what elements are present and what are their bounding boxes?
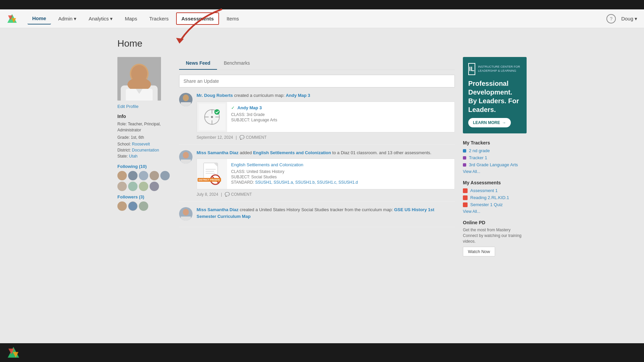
- nav-logo[interactable]: [7, 13, 17, 24]
- assessment-link-2[interactable]: Reading 2.RL.KID.1: [470, 195, 509, 200]
- tab-news-feed[interactable]: News Feed: [179, 57, 217, 70]
- district-text: District: Documentation: [117, 147, 171, 153]
- learn-more-button[interactable]: LEARN MORE →: [468, 118, 511, 127]
- nav-item-assessments[interactable]: Assessments: [176, 12, 219, 25]
- followers-label[interactable]: Followers (3): [117, 194, 171, 199]
- following-avatars: [117, 171, 171, 191]
- user-menu[interactable]: Doug ▾: [621, 16, 637, 22]
- feed-card-2: DISTRICT PRIVATE English Settlements and…: [197, 159, 455, 189]
- feed-assessment-link[interactable]: English Settlements and Colonization: [253, 150, 331, 155]
- svg-point-15: [211, 116, 213, 118]
- feed-item-2-content: Miss Samantha Diaz added English Settlem…: [197, 149, 455, 197]
- assessment-link-1[interactable]: Assessment 1: [470, 188, 498, 193]
- feed-card-2-title[interactable]: English Settlements and Colonization: [231, 162, 450, 167]
- following-label[interactable]: Following (10): [117, 164, 171, 169]
- top-bar: [0, 0, 644, 9]
- svg-rect-34: [181, 217, 191, 221]
- nav-item-items[interactable]: Items: [222, 13, 244, 24]
- followers-section: Followers (3): [117, 194, 171, 211]
- svg-point-33: [183, 209, 189, 216]
- feed-card-2-standards: STANDARD: SSUSH1, SSUSH1.a, SSUSH1.b, SS…: [231, 180, 450, 185]
- feed-item-text: Mr. Doug Roberts created a curriculum ma…: [197, 92, 455, 99]
- feed-action-text: created a curriculum map:: [234, 93, 286, 98]
- comment-link-2[interactable]: 💬 COMMENT: [225, 192, 252, 197]
- comment-label: COMMENT: [246, 135, 267, 140]
- right-panel: IL Instructure Center for Leadership & L…: [463, 57, 527, 256]
- trackers-section: My Trackers 2 nd grade Tracker 1 3rd Gra…: [463, 140, 527, 174]
- tracker-link-2[interactable]: Tracker 1: [469, 155, 487, 160]
- feed-tabs: News Feed Benchmarks: [179, 57, 455, 70]
- feed-card-title[interactable]: ✓ Andy Map 3: [231, 105, 450, 110]
- navbar: Home Admin ▾ Analytics ▾ Maps Trackers A…: [0, 9, 644, 28]
- feed-user-link-2[interactable]: Miss Samantha Diaz: [197, 150, 238, 155]
- watch-now-button[interactable]: Watch Now: [463, 247, 495, 256]
- follower-avatar: [128, 201, 138, 211]
- nav-item-maps[interactable]: Maps: [120, 13, 142, 24]
- assessment-link-3[interactable]: Semester 1 Quiz: [470, 202, 503, 207]
- feed-card-info: ✓ Andy Map 3 CLASS: 3rd Grade SUBJECT: L…: [227, 102, 454, 132]
- feed-user-avatar: [179, 93, 193, 106]
- follower-avatar: [128, 182, 138, 191]
- profile-avatar: [117, 57, 161, 101]
- svg-rect-28: [206, 171, 214, 172]
- ad-logo-text: Instructure Center for Leadership & Lear…: [478, 65, 521, 73]
- assessment-icon-3: [463, 202, 468, 207]
- svg-point-20: [214, 109, 220, 115]
- followers-avatars: [117, 201, 171, 211]
- standard-values: SSUSH1, SSUSH1.a, SSUSH1.b, SSUSH1.c, SS…: [255, 180, 358, 185]
- assessments-view-all[interactable]: View All...: [463, 209, 527, 214]
- follower-avatar: [139, 171, 148, 180]
- feed-card-map-link[interactable]: Andy Map 3: [237, 105, 262, 110]
- feed-card-2-class: CLASS: United States History: [231, 169, 450, 174]
- assessments-section: My Assessments Assessment 1 Reading 2.RL…: [463, 180, 527, 214]
- role-text: Role: Teacher, Principal, Administrator: [117, 121, 171, 133]
- feed-card-subject: SUBJECT: Language Arts: [231, 118, 450, 122]
- feed-card-thumbnail: [197, 102, 227, 132]
- nav-item-admin[interactable]: Admin ▾: [54, 13, 82, 24]
- feed-item-3-content: Miss Samantha Diaz created a United Stat…: [197, 206, 455, 222]
- feed-card-class: CLASS: 3rd Grade: [231, 112, 450, 117]
- district-link[interactable]: Documentation: [132, 148, 159, 153]
- share-input[interactable]: [179, 75, 455, 87]
- feed-user-link[interactable]: Mr. Doug Roberts: [197, 93, 233, 98]
- tab-benchmarks[interactable]: Benchmarks: [217, 57, 257, 70]
- left-panel: Edit Profile Info Role: Teacher, Princip…: [117, 57, 171, 256]
- svg-rect-27: [206, 169, 216, 170]
- feed-item-3-text: Miss Samantha Diaz created a United Stat…: [197, 206, 455, 220]
- online-pd-title: Online PD: [463, 220, 527, 225]
- nav-item-home[interactable]: Home: [28, 13, 51, 24]
- tracker-color-3: [463, 163, 466, 167]
- tracker-link-1[interactable]: 2 nd grade: [469, 148, 490, 153]
- school-text: School: Roosevelt: [117, 141, 171, 147]
- ad-banner: IL Instructure Center for Leadership & L…: [463, 57, 527, 133]
- center-panel: News Feed Benchmarks Mr. Doug Roberts cr…: [179, 57, 455, 256]
- feed-item-2-meta: July 8, 2024 | 💬 COMMENT: [197, 192, 455, 197]
- follower-avatar: [150, 182, 159, 191]
- trackers-view-all[interactable]: View All...: [463, 169, 527, 174]
- feed-user-link-3[interactable]: Miss Samantha Diaz: [197, 207, 238, 212]
- tracker-item: 2 nd grade: [463, 148, 527, 153]
- comment-icon: 💬: [239, 135, 245, 140]
- bottom-bar: [0, 343, 644, 362]
- edit-profile-link[interactable]: Edit Profile: [117, 104, 171, 109]
- school-link[interactable]: Roosevelt: [132, 142, 150, 146]
- assessment-item: Reading 2.RL.KID.1: [463, 195, 527, 200]
- comment-link[interactable]: 💬 COMMENT: [239, 135, 267, 140]
- follower-avatar: [150, 171, 159, 180]
- follower-avatar: [128, 171, 138, 180]
- svg-rect-29: [206, 173, 215, 174]
- feed-map-link[interactable]: Andy Map 3: [286, 93, 310, 98]
- ad-logo-box: IL: [468, 63, 475, 75]
- following-section: Following (10): [117, 164, 171, 191]
- feed-item-2-text: Miss Samantha Diaz added English Settlem…: [197, 149, 455, 156]
- tracker-item: Tracker 1: [463, 155, 527, 160]
- tracker-link-3[interactable]: 3rd Grade Language Arts: [469, 162, 518, 167]
- bottom-logo: [7, 346, 20, 359]
- state-link[interactable]: Utah: [129, 154, 138, 159]
- tracker-color-2: [463, 156, 466, 160]
- nav-item-trackers[interactable]: Trackers: [145, 13, 173, 24]
- analytics-dropdown-icon: ▾: [110, 16, 113, 22]
- feed-date: September 12, 2024: [197, 135, 233, 140]
- nav-item-analytics[interactable]: Analytics ▾: [84, 13, 117, 24]
- help-button[interactable]: ?: [606, 14, 616, 23]
